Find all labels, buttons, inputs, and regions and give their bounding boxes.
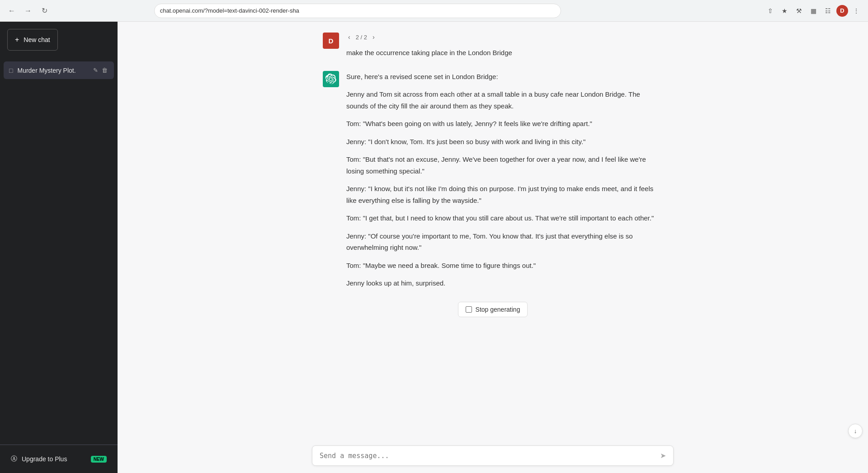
ai-para-0: Jenny and Tom sit across from each other… bbox=[346, 89, 663, 112]
ai-para-2: Jenny: "I don't know, Tom. It's just bee… bbox=[346, 136, 663, 148]
ai-para-4: Jenny: "I know, but it's not like I'm do… bbox=[346, 183, 663, 206]
new-badge: NEW bbox=[91, 456, 107, 463]
new-chat-button[interactable]: + New chat bbox=[7, 29, 58, 51]
stop-generating-container: Stop generating bbox=[323, 302, 663, 317]
menu-icon[interactable]: ⋮ bbox=[850, 5, 863, 17]
nav-count: 2 / 2 bbox=[356, 34, 367, 41]
ai-message-text: Sure, here's a revised scene set in Lond… bbox=[346, 71, 663, 289]
edit-conversation-button[interactable]: ✎ bbox=[92, 66, 99, 75]
conversation-actions: ✎ 🗑 bbox=[92, 66, 108, 75]
ai-avatar bbox=[323, 71, 339, 87]
delete-conversation-button[interactable]: 🗑 bbox=[101, 66, 108, 75]
ai-message-content: Sure, here's a revised scene set in Lond… bbox=[346, 71, 663, 289]
ai-intro: Sure, here's a revised scene set in Lond… bbox=[346, 71, 663, 83]
user-avatar: D bbox=[323, 33, 339, 49]
user-avatar-browser: D bbox=[836, 5, 848, 17]
address-bar[interactable]: chat.openai.com/?model=text-davinci-002-… bbox=[154, 4, 561, 18]
ai-para-6: Jenny: "Of course you're important to me… bbox=[346, 230, 663, 253]
browser-chrome: ← → ↻ chat.openai.com/?model=text-davinc… bbox=[0, 0, 868, 22]
ai-para-3: Tom: "But that's not an excuse, Jenny. W… bbox=[346, 154, 663, 177]
scroll-btn-area: ↓ bbox=[118, 424, 868, 440]
stop-checkbox-icon bbox=[466, 306, 472, 313]
new-chat-label: New chat bbox=[24, 36, 50, 43]
message-navigation: ‹ 2 / 2 › bbox=[346, 33, 663, 42]
input-area: ➤ bbox=[118, 440, 868, 473]
app-container: + New chat □ Murder Mystery Plot. ✎ 🗑 Ⓐ … bbox=[0, 22, 868, 473]
conversation-item[interactable]: □ Murder Mystery Plot. ✎ 🗑 bbox=[4, 61, 114, 79]
user-message: D ‹ 2 / 2 › make the occurrence taking p… bbox=[323, 33, 663, 58]
chat-bubble-icon: □ bbox=[9, 67, 13, 74]
user-message-text: make the occurrence taking place in the … bbox=[346, 45, 663, 58]
chat-area: D ‹ 2 / 2 › make the occurrence taking p… bbox=[118, 22, 868, 424]
puzzle-icon[interactable]: ▦ bbox=[807, 5, 820, 17]
upgrade-label: Upgrade to Plus bbox=[22, 455, 67, 463]
forward-button[interactable]: → bbox=[22, 5, 34, 17]
share-icon[interactable]: ⇧ bbox=[764, 5, 777, 17]
sidebar-footer: Ⓐ Upgrade to Plus NEW bbox=[0, 445, 118, 473]
ai-message: Sure, here's a revised scene set in Lond… bbox=[323, 71, 663, 289]
reload-button[interactable]: ↻ bbox=[38, 5, 51, 17]
ai-para-7: Tom: "Maybe we need a break. Some time t… bbox=[346, 260, 663, 272]
extensions-icon[interactable]: ⚒ bbox=[793, 5, 806, 17]
conversation-label: Murder Mystery Plot. bbox=[17, 67, 88, 74]
bookmark-icon[interactable]: ★ bbox=[778, 5, 791, 17]
sidebar: + New chat □ Murder Mystery Plot. ✎ 🗑 Ⓐ … bbox=[0, 22, 118, 473]
message-input[interactable] bbox=[320, 452, 660, 460]
back-button[interactable]: ← bbox=[5, 5, 18, 17]
stop-generating-button[interactable]: Stop generating bbox=[458, 302, 528, 317]
browser-actions: ⇧ ★ ⚒ ▦ ☷ D ⋮ bbox=[764, 5, 863, 17]
prev-message-button[interactable]: ‹ bbox=[346, 33, 352, 42]
url-text: chat.openai.com/?model=text-davinci-002-… bbox=[160, 7, 299, 14]
next-message-button[interactable]: › bbox=[371, 33, 377, 42]
scroll-to-bottom-button[interactable]: ↓ bbox=[848, 424, 863, 438]
send-button[interactable]: ➤ bbox=[660, 451, 666, 460]
ai-para-8: Jenny looks up at him, surprised. bbox=[346, 277, 663, 289]
chat-inner: D ‹ 2 / 2 › make the occurrence taking p… bbox=[312, 33, 674, 317]
sidebar-icon[interactable]: ☷ bbox=[822, 5, 835, 17]
upgrade-to-plus-button[interactable]: Ⓐ Upgrade to Plus NEW bbox=[5, 450, 112, 468]
main-content: D ‹ 2 / 2 › make the occurrence taking p… bbox=[118, 22, 868, 473]
ai-para-1: Tom: "What's been going on with us latel… bbox=[346, 118, 663, 130]
input-container: ➤ bbox=[312, 445, 674, 466]
conversations-list: □ Murder Mystery Plot. ✎ 🗑 bbox=[0, 58, 118, 445]
stop-generating-label: Stop generating bbox=[476, 306, 520, 313]
ai-para-5: Tom: "I get that, but I need to know tha… bbox=[346, 212, 663, 224]
plus-icon: + bbox=[15, 36, 19, 44]
user-circle-icon: Ⓐ bbox=[11, 455, 17, 463]
